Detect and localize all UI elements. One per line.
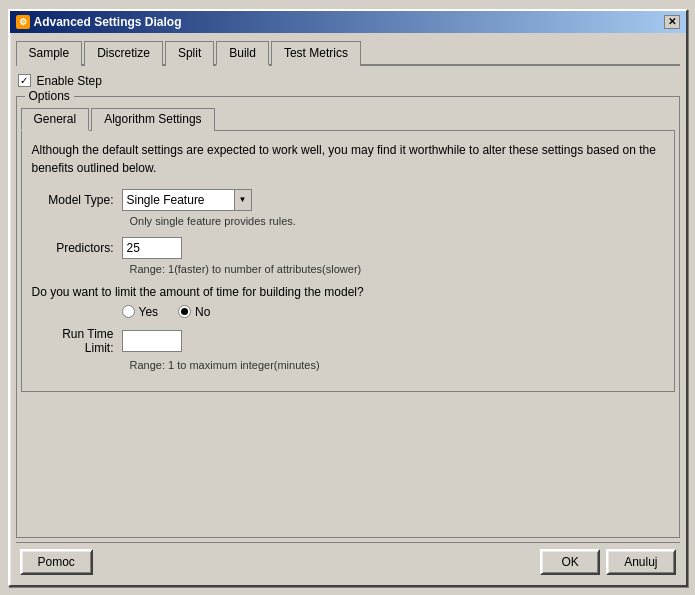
radio-yes-button[interactable] — [122, 305, 135, 318]
cancel-button[interactable]: Anuluj — [606, 549, 675, 575]
predictors-hint: Range: 1(faster) to number of attributes… — [130, 263, 664, 275]
tab-discretize[interactable]: Discretize — [84, 41, 163, 66]
radio-row: Yes No — [122, 305, 664, 319]
predictors-label: Predictors: — [32, 241, 122, 255]
dialog-icon: ⚙ — [16, 15, 30, 29]
enable-step-row: ✓ Enable Step — [16, 70, 680, 92]
tab-build[interactable]: Build — [216, 41, 269, 66]
radio-yes-label: Yes — [139, 305, 159, 319]
tab-split[interactable]: Split — [165, 41, 214, 66]
model-type-hint: Only single feature provides rules. — [130, 215, 664, 227]
dialog-content: Sample Discretize Split Build Test Metri… — [10, 33, 686, 585]
tab-algorithm-settings[interactable]: Algorithm Settings — [91, 108, 214, 131]
advanced-settings-dialog: ⚙ Advanced Settings Dialog ✕ Sample Disc… — [8, 9, 688, 587]
radio-yes[interactable]: Yes — [122, 305, 159, 319]
radio-no[interactable]: No — [178, 305, 210, 319]
dialog-title: Advanced Settings Dialog — [34, 15, 182, 29]
inner-tab-bar: General Algorithm Settings — [21, 107, 675, 131]
run-time-hint: Range: 1 to maximum integer(minutes) — [130, 359, 664, 371]
tab-general[interactable]: General — [21, 108, 90, 131]
enable-step-label: Enable Step — [37, 74, 102, 88]
model-type-dropdown-wrapper: Single Feature All Features ▼ — [122, 189, 252, 211]
run-time-label: Run Time Limit: — [32, 327, 122, 355]
title-bar: ⚙ Advanced Settings Dialog ✕ — [10, 11, 686, 33]
radio-no-label: No — [195, 305, 210, 319]
enable-step-checkbox[interactable]: ✓ — [18, 74, 31, 87]
model-type-select[interactable]: Single Feature All Features — [122, 189, 252, 211]
model-type-label: Model Type: — [32, 193, 122, 207]
footer-right: OK Anuluj — [540, 549, 675, 575]
predictors-row: Predictors: — [32, 237, 664, 259]
options-group: Options General Algorithm Settings Altho… — [16, 96, 680, 538]
run-time-input[interactable] — [122, 330, 182, 352]
tab-sample[interactable]: Sample — [16, 41, 83, 66]
predictors-input[interactable] — [122, 237, 182, 259]
title-bar-left: ⚙ Advanced Settings Dialog — [16, 15, 182, 29]
options-legend: Options — [25, 89, 74, 103]
run-time-row: Run Time Limit: — [32, 327, 664, 355]
ok-button[interactable]: OK — [540, 549, 600, 575]
tab-test-metrics[interactable]: Test Metrics — [271, 41, 361, 66]
description-text: Although the default settings are expect… — [32, 141, 664, 177]
time-limit-question: Do you want to limit the amount of time … — [32, 285, 664, 299]
radio-no-button[interactable] — [178, 305, 191, 318]
dialog-footer: Pomoc OK Anuluj — [16, 542, 680, 579]
model-type-row: Model Type: Single Feature All Features … — [32, 189, 664, 211]
main-tab-bar: Sample Discretize Split Build Test Metri… — [16, 39, 680, 66]
close-button[interactable]: ✕ — [664, 15, 680, 29]
help-button[interactable]: Pomoc — [20, 549, 93, 575]
inner-content: Although the default settings are expect… — [21, 131, 675, 392]
